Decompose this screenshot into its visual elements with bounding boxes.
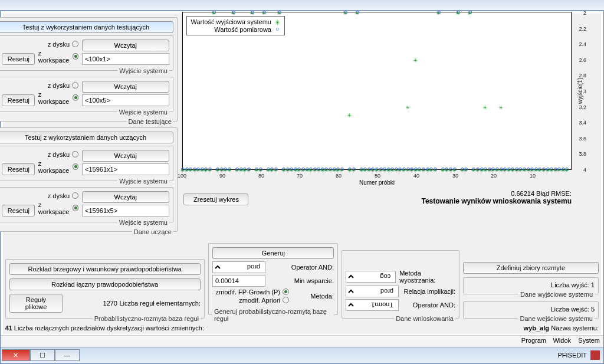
learn-out-legend: Wyjście systemu	[119, 178, 168, 185]
rulegen-group: Generuj probabilistyczno-rozmytą bazę re…	[208, 243, 338, 322]
os-taskbar	[0, 0, 604, 11]
test-input-group: Wejście systemu Wczytaj z workspace z dy…	[0, 77, 173, 116]
test-in-workspace-radio[interactable]: z workspace	[38, 91, 78, 105]
test-out-load-button[interactable]: Wczytaj	[82, 40, 169, 51]
output-legend: Dane wyjściowe systemu	[520, 291, 593, 298]
discr-value: 41	[5, 324, 12, 332]
chart: Numer próbki wyjście(1) ○Wartość pomiaro…	[182, 12, 572, 170]
rulegen-legend: Generuj probabilistyczno-rozmytą bazę re…	[214, 308, 332, 322]
plot-title: Testowanie wyników wnioskowania systemu	[421, 197, 572, 205]
rulegen-and-select[interactable]: prod	[212, 261, 265, 273]
rules-file-button[interactable]: Reguły plikowe	[9, 294, 63, 313]
method-apriori-radio[interactable]: zmodif. Apriori	[212, 297, 289, 304]
chart-legend: ○Wartość pomiarowa ✳Wartość wyjściowa sy…	[186, 16, 285, 35]
learn-out-workspace-radio[interactable]: z workspace	[38, 160, 78, 174]
and-label: Operator AND:	[413, 301, 455, 309]
minsupp-input[interactable]	[212, 275, 265, 287]
client-area: Nazwa systemu: wyb_alg Liczba rozłącznyc…	[3, 14, 601, 334]
rmse-value: 0.66214	[511, 190, 534, 197]
elem-label: Liczba reguł elementarnych:	[119, 300, 201, 307]
impl-label: Relacja implikacji:	[404, 288, 455, 295]
window-title: PFISEDIT	[557, 352, 587, 359]
test-learn-button[interactable]: Testuj z wykorzystaniem danych uczących	[0, 132, 173, 143]
input-legend: Dane wejściowe systemu	[520, 315, 593, 322]
learn-in-reset-button[interactable]: Resetuj	[2, 205, 34, 217]
learn-in-legend: Wejście systemu	[119, 219, 168, 226]
learn-out-reset-button[interactable]: Resetuj	[2, 163, 34, 175]
test-in-load-button[interactable]: Wczytaj	[82, 81, 169, 93]
input-count: Liczba wejść: 5	[550, 306, 595, 313]
test-out-disk-radio[interactable]: z dysku	[38, 41, 78, 48]
learn-output-group: Wyjście systemu Wczytaj z workspace z dy…	[0, 146, 173, 185]
learn-in-value[interactable]	[82, 205, 169, 217]
plot-panel: Testowanie wyników wnioskowania systemu …	[180, 17, 598, 205]
learn-legend: Dane uczące	[134, 228, 172, 235]
learn-in-load-button[interactable]: Wczytaj	[82, 191, 169, 203]
test-legend: Dane testujące	[129, 118, 172, 125]
learn-in-workspace-radio[interactable]: z workspace	[38, 201, 78, 215]
learn-in-disk-radio[interactable]: z dysku	[38, 192, 78, 199]
learn-out-value[interactable]	[82, 163, 169, 175]
menu-program[interactable]: Program	[521, 337, 546, 346]
impl-select[interactable]: prod	[346, 286, 399, 297]
menu-view[interactable]: Widok	[553, 337, 572, 346]
test-out-reset-button[interactable]: Resetuj	[2, 53, 34, 65]
inference-group: Dane wnioskowania Operator AND: Tnorm1 R…	[342, 250, 459, 322]
rulegen-and-label: Operator AND:	[291, 264, 334, 271]
learn-out-load-button[interactable]: Wczytaj	[82, 150, 169, 162]
legend-system: Wartość wyjściowa systemu	[191, 19, 271, 26]
test-in-legend: Wejście systemu	[119, 109, 168, 116]
method-fpgrowth-radio[interactable]: zmodif. FP-Growth (P)	[212, 288, 289, 296]
test-out-legend: Wyjście systemu	[119, 67, 168, 74]
test-in-disk-radio[interactable]: z dysku	[38, 82, 78, 89]
test-in-reset-button[interactable]: Resetuj	[2, 94, 34, 106]
test-output-group: Wyjście systemu Wczytaj z workspace z dy…	[0, 35, 173, 74]
discr-label: Liczba rozłącznych przedziałów dyskretyz…	[14, 324, 204, 332]
minsupp-label: Min wsparcie:	[294, 277, 334, 284]
app-window: PFISEDIT — ☐ ✕ System Widok Program Nazw…	[0, 11, 604, 364]
output-data-group: Dane wyjściowe systemu Liczba wyjść: 1	[463, 277, 599, 298]
app-icon	[590, 351, 600, 360]
rmse-label: Błąd RMSE:	[536, 190, 572, 197]
define-fuzzy-button[interactable]: Zdefiniuj zbiory rozmyte	[463, 262, 599, 274]
maximize-button[interactable]: ☐	[30, 350, 55, 362]
output-count: Liczba wyjść: 1	[551, 281, 595, 288]
y-axis-label: wyjście(1)	[577, 78, 583, 104]
learn-input-group: Wejście systemu Wczytaj z workspace z dy…	[0, 187, 173, 226]
menu-system[interactable]: System	[578, 337, 600, 346]
inference-legend: Dane wnioskowania	[396, 315, 454, 322]
method-label: Metoda:	[310, 293, 334, 300]
test-test-button[interactable]: Testuj z wykorzystaniem danych testujący…	[0, 21, 173, 33]
menubar: System Widok Program	[1, 335, 603, 347]
learn-out-disk-radio[interactable]: z dysku	[38, 151, 78, 158]
rulebase-legend: Probabilistyczno-rozmyta baza reguł	[94, 315, 199, 322]
test-in-value[interactable]	[82, 94, 169, 106]
system-name-value: wyb_alg	[524, 324, 549, 332]
defuzz-label: Metoda wyostrzania:	[399, 270, 455, 284]
and-select[interactable]: Tnorm1	[346, 299, 399, 311]
x-axis-label: Numer próbki	[359, 179, 395, 186]
test-out-value[interactable]	[82, 53, 169, 65]
close-button[interactable]: ✕	[2, 350, 30, 362]
elem-value: 1270	[103, 300, 117, 307]
test-data-group: Dane testujące Wejście systemu Wczytaj z…	[0, 17, 178, 125]
minimize-button[interactable]: —	[55, 350, 80, 362]
system-name-label: Nazwa systemu:	[551, 324, 599, 332]
generate-button[interactable]: Generuj	[212, 247, 334, 259]
learn-data-group: Dane uczące Wejście systemu Wczytaj z wo…	[0, 127, 178, 235]
reset-plot-button[interactable]: Zresetuj wykres	[183, 194, 248, 205]
test-out-workspace-radio[interactable]: z workspace	[38, 50, 78, 64]
defuzz-select[interactable]: cog	[346, 271, 396, 283]
titlebar: PFISEDIT — ☐ ✕	[1, 347, 603, 363]
legend-measured: Wartość pomiarowa	[214, 26, 271, 33]
input-data-group: Dane wejściowe systemu Liczba wejść: 5	[463, 301, 599, 322]
